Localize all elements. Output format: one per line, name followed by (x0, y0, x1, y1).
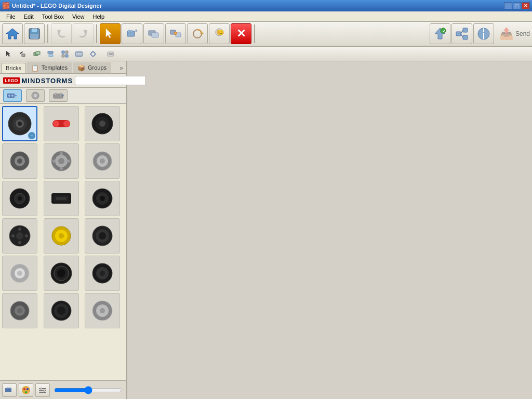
tab-groups[interactable]: 📦 Groups (73, 62, 111, 73)
brick-item-6[interactable] (85, 143, 120, 179)
menu-toolbox[interactable]: Tool Box (38, 12, 68, 21)
tool-rotate-left[interactable] (16, 48, 30, 60)
menu-edit[interactable]: Edit (20, 12, 38, 21)
delete-button[interactable]: ✕ (231, 23, 251, 44)
brick-item-18[interactable] (85, 293, 120, 328)
brick-item-13[interactable] (2, 256, 37, 291)
tab-bricks[interactable]: Bricks (1, 63, 26, 73)
add-to-palette-button[interactable] (2, 383, 17, 397)
zoom-slider[interactable] (54, 386, 122, 394)
minimize-button[interactable]: ─ (504, 2, 512, 9)
svg-point-131 (23, 388, 25, 390)
toolbar-sep-1 (47, 24, 48, 43)
svg-point-111 (25, 272, 28, 274)
menu-help[interactable]: Help (89, 12, 109, 21)
svg-rect-2 (30, 34, 38, 39)
brick-item-7[interactable] (2, 181, 37, 216)
publish-button[interactable]: ✓ (430, 23, 450, 44)
tool-select[interactable] (2, 48, 16, 60)
app-title: Untitled* - LEGO Digital Designer (12, 3, 102, 9)
tool-move[interactable] (30, 48, 44, 60)
titlebar: 🧱 Untitled* - LEGO Digital Designer ─ □ … (0, 0, 532, 11)
hinge-button[interactable] (165, 23, 186, 44)
toolbar-sep-2 (96, 24, 97, 43)
templates-tab-icon: 📋 (31, 64, 39, 72)
svg-text:✓: ✓ (442, 29, 446, 34)
menu-file[interactable]: File (2, 12, 20, 21)
svg-text:😊: 😊 (218, 29, 224, 36)
tool-align[interactable] (44, 48, 58, 60)
svg-point-126 (100, 308, 105, 313)
add-brick-button[interactable]: + (122, 23, 142, 44)
share-button[interactable] (451, 23, 472, 44)
rotate-button[interactable] (187, 23, 208, 44)
category-basic[interactable]: + (49, 89, 68, 102)
svg-point-108 (19, 265, 21, 268)
tool-flex[interactable] (72, 48, 86, 60)
brick-item-9[interactable] (85, 181, 120, 216)
main-layout: Bricks 📋 Templates 📦 Groups » LEGO MINDS… (0, 61, 532, 399)
brick-item-17[interactable] (44, 293, 79, 328)
svg-marker-30 (6, 51, 10, 57)
brick-item-3[interactable] (85, 106, 120, 141)
svg-point-7 (128, 30, 130, 32)
svg-point-132 (26, 388, 29, 390)
cursor-tool-button[interactable] (100, 23, 121, 44)
groups-tab-icon: 📦 (77, 64, 85, 72)
svg-line-25 (461, 30, 463, 34)
tool-snap[interactable] (86, 48, 100, 60)
save-button[interactable] (24, 23, 45, 44)
redo-button[interactable] (73, 23, 94, 44)
brick-item-2[interactable] (44, 106, 79, 141)
brick-item-11[interactable] (44, 218, 79, 254)
window-controls: ─ □ ✕ (504, 2, 530, 9)
paint-button[interactable]: 😊 (209, 23, 230, 44)
clone-button[interactable] (143, 23, 164, 44)
maximize-button[interactable]: □ (513, 2, 521, 9)
home-button[interactable] (2, 23, 23, 44)
menu-view[interactable]: View (68, 12, 89, 21)
svg-point-66 (53, 121, 59, 127)
svg-rect-24 (463, 35, 468, 39)
svg-point-44 (91, 52, 95, 56)
svg-point-110 (12, 272, 14, 274)
svg-point-104 (99, 232, 106, 240)
svg-point-58 (55, 93, 57, 95)
svg-point-92 (100, 196, 105, 201)
toolbar-sep-3 (254, 24, 255, 43)
send-label[interactable]: Send (515, 30, 530, 37)
svg-point-53 (11, 95, 14, 97)
svg-rect-137 (41, 388, 42, 390)
close-button[interactable]: ✕ (522, 2, 530, 9)
svg-point-123 (57, 307, 65, 315)
svg-point-107 (17, 271, 22, 276)
brick-item-10[interactable] (2, 218, 37, 254)
undo-button[interactable] (51, 23, 72, 44)
brick-item-15[interactable] (85, 256, 120, 291)
svg-point-80 (67, 159, 70, 163)
palette-button[interactable] (19, 383, 33, 397)
brick-item-8[interactable] (44, 181, 79, 216)
svg-point-8 (130, 30, 132, 32)
svg-point-96 (11, 234, 15, 237)
brick-item-16[interactable] (2, 293, 37, 328)
tab-templates[interactable]: 📋 Templates (26, 62, 72, 73)
tool-grid[interactable] (58, 48, 72, 60)
info-button[interactable] (473, 23, 494, 44)
brick-item-14[interactable] (44, 256, 79, 291)
brick-item-5[interactable] (44, 143, 79, 179)
selected-indicator: − (28, 132, 35, 139)
settings-button[interactable] (35, 383, 50, 397)
brick-item-4[interactable] (2, 143, 37, 179)
svg-point-83 (100, 158, 105, 164)
category-wheels[interactable]: + (3, 89, 22, 102)
svg-rect-50 (109, 53, 113, 55)
brick-item-1[interactable]: − (2, 106, 37, 141)
category-technic[interactable] (26, 89, 45, 102)
svg-rect-32 (22, 54, 25, 57)
main-toolbar: + 😊 ✕ ✓ 📤 Send (0, 22, 532, 47)
app-icon: 🧱 (2, 2, 10, 9)
tool-extra[interactable] (104, 48, 117, 60)
sidebar-collapse-button[interactable]: » (117, 63, 125, 73)
brick-item-12[interactable] (85, 218, 120, 254)
